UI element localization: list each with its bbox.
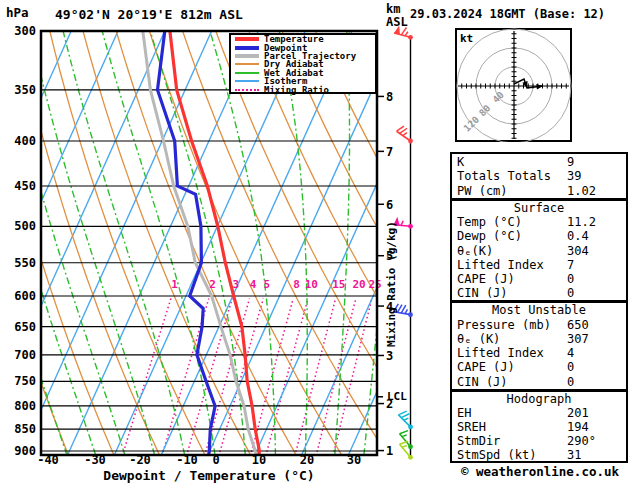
mixing-ratio-axis-label: Mixing Ratio (g/kg) — [385, 218, 400, 350]
skewt-sounding-page: hPa 49°02'N 20°19'E 812m ASL km ASL 29.0… — [0, 0, 629, 486]
temp-tick-label: 10 — [252, 453, 266, 467]
mixing-ratio-label: 10 — [305, 278, 318, 291]
table-row-label: θₑ (K) — [457, 332, 567, 346]
copyright: © weatheronline.co.uk — [452, 464, 628, 479]
temp-tick-label: 30 — [347, 453, 361, 467]
mixing-ratio-label: 20 — [352, 278, 365, 291]
table-row-value: 194 — [567, 420, 589, 434]
legend-swatch-thick — [235, 37, 259, 41]
dry-adiabat-line — [83, 31, 251, 456]
table-row: θₑ(K)304 — [452, 244, 626, 258]
table-row-label: CIN (J) — [457, 375, 567, 389]
table-row-label: SREH — [457, 420, 567, 434]
table-row-label: CIN (J) — [457, 286, 567, 300]
table-row: SREH194 — [452, 420, 626, 434]
table-row: CIN (J)0 — [452, 375, 626, 389]
legend-swatch-thin — [235, 80, 259, 82]
temp-tick-label: -10 — [176, 453, 198, 467]
table-row-label: CAPE (J) — [457, 360, 567, 374]
table-row-label: EH — [457, 406, 567, 420]
pressure-tick-label: 500 — [14, 219, 36, 233]
dry-adiabat-line — [415, 31, 450, 456]
table-row: CAPE (J)0 — [452, 272, 626, 286]
table-row-value: 0 — [567, 272, 574, 286]
wet-adiabat-line — [63, 31, 185, 455]
table-row-label: Dewp (°C) — [457, 229, 567, 243]
mixing-ratio-line — [122, 299, 171, 457]
table-row-value: 307 — [567, 332, 589, 346]
table-row: CIN (J)0 — [452, 286, 626, 300]
km-tick-label: 3 — [386, 349, 393, 363]
wet-adiabat-line — [335, 31, 350, 455]
table-row: Dewp (°C)0.4 — [452, 229, 626, 243]
pressure-tick-label: 350 — [14, 83, 36, 97]
table-row: Pressure (mb)650 — [452, 318, 626, 332]
table-row: StmSpd (kt)31 — [452, 448, 626, 462]
isotherm-line — [21, 31, 212, 455]
hodograph: 4080120kt — [455, 28, 572, 142]
table-row-value: 650 — [567, 318, 589, 332]
table-row-value: 304 — [567, 244, 589, 258]
table-row-value: 31 — [567, 448, 581, 462]
sounding-curves — [143, 31, 260, 459]
table-row: Temp (°C)11.2 — [452, 215, 626, 229]
table-row-label: Lifted Index — [457, 258, 567, 272]
wet-adiabat-line — [0, 31, 11, 455]
surface-table: SurfaceTemp (°C)11.2Dewp (°C)0.4θₑ(K)304… — [450, 199, 628, 302]
table-row-value: 9 — [567, 155, 574, 169]
table-row: CAPE (J)0 — [452, 360, 626, 374]
pressure-tick-label: 650 — [14, 320, 36, 334]
table-title: Hodograph — [452, 392, 626, 406]
table-row-label: Pressure (mb) — [457, 318, 567, 332]
pressure-tick-label: 450 — [14, 179, 36, 193]
table-row-label: StmDir — [457, 434, 567, 448]
pressure-tick-label: 900 — [14, 444, 36, 458]
pressure-tick-label: 850 — [14, 422, 36, 436]
km-tick-label: 6 — [386, 198, 393, 212]
mixing-ratio-label: 5 — [263, 278, 270, 291]
table-row: PW (cm)1.02 — [452, 184, 626, 198]
table-row: θₑ (K)307 — [452, 332, 626, 346]
hodograph-table: HodographEH201SREH194StmDir290°StmSpd (k… — [450, 390, 628, 463]
pressure-tick-label: 550 — [14, 256, 36, 270]
table-row-label: CAPE (J) — [457, 272, 567, 286]
table-row-value: 1.02 — [567, 184, 596, 198]
table-row-value: 201 — [567, 406, 589, 420]
isotherm-line — [255, 31, 446, 455]
temp-tick-label: -20 — [129, 453, 151, 467]
table-row-label: StmSpd (kt) — [457, 448, 567, 462]
legend-swatch-thick — [235, 46, 259, 50]
indices-table: K9Totals Totals39PW (cm)1.02 — [450, 152, 628, 200]
km-tick-label: 7 — [386, 145, 393, 159]
table-row-value: 39 — [567, 169, 581, 183]
km-tick-label: 8 — [386, 90, 393, 104]
table-title: Most Unstable — [452, 303, 626, 317]
legend-label: Mixing Ratio — [264, 85, 329, 95]
table-row-value: 290° — [567, 434, 596, 448]
table-row: StmDir290° — [452, 434, 626, 448]
table-row-value: 0 — [567, 375, 574, 389]
pressure-tick-label: 750 — [14, 374, 36, 388]
dry-adiabat-line — [183, 31, 388, 456]
background-grid — [0, 31, 450, 456]
pressure-tick-label: 300 — [14, 24, 36, 38]
legend-swatch-dotted — [235, 89, 259, 91]
pressure-tick-label: 400 — [14, 134, 36, 148]
table-row: Totals Totals39 — [452, 169, 626, 183]
dry-adiabat-line — [315, 31, 450, 456]
mixing-ratio-label: 15 — [332, 278, 345, 291]
legend-swatch-thick — [235, 54, 259, 58]
most-unstable-table: Most UnstablePressure (mb)650θₑ (K)307Li… — [450, 301, 628, 391]
table-row-value: 7 — [567, 258, 574, 272]
lcl-label: LCL — [387, 390, 407, 403]
pressure-tick-label: 600 — [14, 289, 36, 303]
skewt-diagram: 1234581015202530035040045050055060065070… — [0, 0, 450, 486]
x-axis-title: Dewpoint / Temperature (°C) — [59, 468, 359, 483]
legend-swatch-thin — [235, 72, 259, 74]
table-row-value: 0.4 — [567, 229, 589, 243]
table-title: Surface — [452, 201, 626, 215]
wind-barb — [394, 26, 413, 40]
mixing-ratio-label: 4 — [250, 278, 257, 291]
mixing-ratio-label: 2 — [209, 278, 216, 291]
table-row-label: PW (cm) — [457, 184, 567, 198]
